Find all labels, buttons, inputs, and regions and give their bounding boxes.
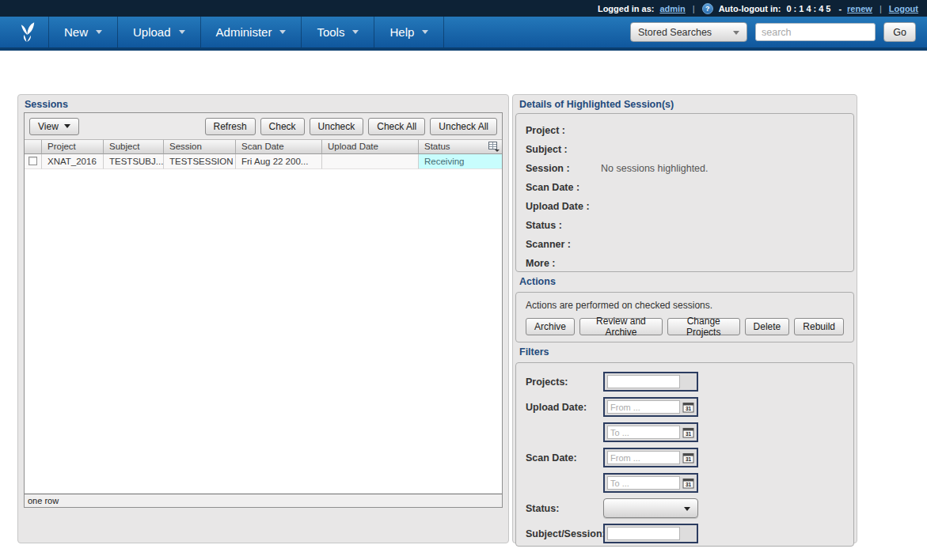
filter-row-status: Status:	[526, 498, 844, 518]
grid-empty-body	[25, 169, 502, 494]
session-cell-upload-date	[322, 154, 419, 169]
detail-value: No sessions highlighted.	[601, 163, 709, 174]
delete-button[interactable]: Delete	[745, 318, 790, 335]
details-box: Project : Subject : Session : No session…	[515, 113, 854, 272]
detail-label: Project :	[526, 125, 601, 136]
chevron-down-icon	[96, 30, 102, 34]
nav-menu-label: Administer	[216, 25, 272, 39]
scan-to-input[interactable]	[607, 476, 680, 490]
projects-filter-input[interactable]	[607, 375, 680, 388]
column-header-subject[interactable]: Subject	[104, 140, 164, 154]
refresh-button[interactable]: Refresh	[205, 118, 256, 135]
view-menu-button[interactable]: View	[29, 118, 79, 135]
column-header-project[interactable]: Project	[42, 140, 104, 154]
calendar-icon[interactable]: 31	[682, 402, 694, 413]
main-navbar: New Upload Administer Tools Help Stored …	[0, 17, 927, 51]
chevron-down-icon	[352, 30, 359, 34]
calendar-icon[interactable]: 31	[682, 452, 694, 464]
svg-text:31: 31	[686, 456, 692, 462]
detail-field-upload-date: Upload Date :	[526, 197, 844, 216]
logged-in-label: Logged in as:	[598, 4, 655, 13]
projects-filter-field	[603, 372, 698, 392]
nav-menu-label: Upload	[133, 25, 171, 39]
upload-from-input[interactable]	[607, 400, 680, 414]
nav-menu-new[interactable]: New	[49, 17, 118, 47]
uncheck-all-button[interactable]: Uncheck All	[430, 118, 497, 135]
session-cell-status: Receiving	[419, 154, 502, 169]
detail-label: Status :	[526, 220, 601, 231]
xnat-logo-icon	[16, 21, 40, 44]
upload-to-field: 31	[603, 422, 698, 442]
stored-searches-select[interactable]: Stored Searches	[630, 22, 747, 42]
svg-text:31: 31	[686, 431, 692, 437]
scan-from-field: 31	[603, 448, 698, 467]
actions-buttons-row: Archive Review and Archive Change Projec…	[526, 318, 844, 335]
details-panel-title: Details of Highlighted Session(s)	[515, 95, 854, 113]
change-projects-button[interactable]: Change Projects	[667, 318, 740, 335]
filter-row-upload-to: 31	[526, 422, 844, 442]
scan-from-input[interactable]	[607, 451, 680, 464]
right-panel: Details of Highlighted Session(s) Projec…	[512, 94, 857, 543]
xnat-logo[interactable]	[6, 17, 49, 47]
navbar-bottom-strip	[0, 47, 927, 51]
nav-menu-tools[interactable]: Tools	[302, 17, 374, 47]
svg-text:31: 31	[686, 482, 692, 487]
sessions-panel-title: Sessions	[18, 95, 508, 112]
detail-field-subject: Subject :	[526, 140, 844, 159]
logout-link[interactable]: Logout	[889, 4, 918, 13]
session-cell-session: TESTSESSION	[164, 154, 236, 169]
calendar-icon[interactable]: 31	[682, 478, 694, 489]
detail-field-scanner: Scanner :	[526, 235, 844, 254]
filter-row-scan-to: 31	[526, 473, 844, 493]
column-header-status[interactable]: Status	[419, 140, 502, 154]
projects-filter-label: Projects:	[526, 376, 603, 388]
review-and-archive-button[interactable]: Review and Archive	[579, 318, 663, 335]
renew-link[interactable]: renew	[847, 4, 872, 13]
detail-field-scan-date: Scan Date :	[526, 178, 844, 197]
detail-label: Upload Date :	[526, 201, 601, 212]
archive-button[interactable]: Archive	[526, 318, 575, 335]
nav-menu-upload[interactable]: Upload	[118, 17, 201, 47]
go-button[interactable]: Go	[883, 22, 916, 42]
uncheck-button[interactable]: Uncheck	[310, 118, 364, 135]
column-header-scan-date[interactable]: Scan Date	[236, 140, 322, 154]
nav-menu-help[interactable]: Help	[374, 17, 444, 47]
chevron-down-icon	[179, 30, 185, 34]
chevron-down-icon	[279, 30, 286, 34]
autologout-label: Auto-logout in:	[719, 4, 781, 13]
help-icon[interactable]: ?	[702, 3, 713, 14]
status-filter-select[interactable]	[603, 498, 698, 518]
column-header-upload-date[interactable]: Upload Date	[322, 140, 419, 154]
calendar-icon[interactable]: 31	[682, 427, 694, 438]
filters-box: Projects: Upload Date: 31	[515, 362, 854, 547]
detail-label: More :	[526, 258, 601, 269]
rebuild-button[interactable]: Rebuild	[794, 318, 844, 335]
nav-menu-label: Help	[389, 25, 414, 39]
filter-row-projects: Projects:	[526, 372, 844, 392]
column-menu-icon[interactable]	[488, 142, 500, 152]
separator: |	[691, 4, 697, 13]
nav-menu-administer[interactable]: Administer	[201, 17, 302, 47]
check-button[interactable]: Check	[260, 118, 305, 135]
sessions-toolbar: View Refresh Check Uncheck Check All Unc…	[25, 113, 502, 140]
detail-field-status: Status :	[526, 216, 844, 235]
view-button-label: View	[38, 121, 59, 132]
column-header-checkbox	[25, 140, 42, 154]
column-header-session[interactable]: Session	[164, 140, 236, 154]
detail-field-project: Project :	[526, 121, 844, 140]
session-cell-subject: TESTSUBJ...	[104, 154, 164, 169]
filter-row-upload-from: Upload Date: 31	[526, 397, 844, 417]
search-input[interactable]	[755, 23, 876, 41]
dash: -	[838, 4, 842, 13]
session-row[interactable]: XNAT_2016 TESTSUBJ... TESTSESSION Fri Au…	[25, 154, 502, 169]
subject-session-input[interactable]	[607, 527, 680, 540]
upload-from-field: 31	[603, 397, 698, 417]
chevron-down-icon	[422, 30, 428, 34]
status-filter-label: Status:	[526, 503, 603, 514]
subject-session-filter-label: Subject/Session:	[526, 528, 603, 539]
username-link[interactable]: admin	[659, 4, 685, 13]
upload-to-input[interactable]	[607, 426, 680, 439]
column-header-status-label: Status	[424, 142, 450, 151]
session-checkbox[interactable]	[28, 157, 37, 165]
check-all-button[interactable]: Check All	[368, 118, 425, 135]
